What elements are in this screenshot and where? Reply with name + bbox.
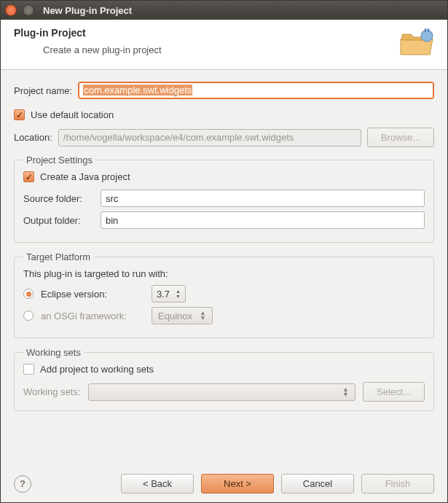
project-name-label: Project name: xyxy=(14,85,72,96)
page-subtitle: Create a new plug-in project xyxy=(43,44,162,55)
osgi-framework-radio[interactable] xyxy=(23,311,34,321)
page-title: Plug-in Project xyxy=(14,27,162,39)
create-java-project-label: Create a Java project xyxy=(40,171,130,182)
finish-button: Finish xyxy=(361,474,434,494)
use-default-location-label: Use default location xyxy=(31,109,114,120)
eclipse-version-radio[interactable] xyxy=(23,289,34,299)
project-name-input[interactable] xyxy=(78,82,434,99)
cancel-button[interactable]: Cancel xyxy=(281,474,354,494)
back-button[interactable]: < Back xyxy=(121,474,194,494)
add-to-working-sets-label: Add project to working sets xyxy=(40,364,154,375)
location-input xyxy=(58,129,361,147)
minimize-icon[interactable] xyxy=(23,4,34,16)
working-sets-label: Working sets: xyxy=(23,386,81,397)
browse-button: Browse... xyxy=(367,128,434,147)
project-settings-legend: Project Settings xyxy=(23,155,95,165)
svg-point-0 xyxy=(421,30,433,42)
target-platform-group: Target Platform This plug-in is targeted… xyxy=(14,252,434,338)
svg-rect-1 xyxy=(425,28,426,32)
svg-rect-2 xyxy=(428,28,429,32)
chevron-updown-icon: ▲▼ xyxy=(342,387,349,397)
add-to-working-sets-checkbox[interactable] xyxy=(23,364,34,375)
source-folder-input[interactable] xyxy=(101,190,425,207)
osgi-framework-value: Equinox xyxy=(158,311,192,321)
output-folder-label: Output folder: xyxy=(23,215,93,226)
working-sets-combo: ▲▼ xyxy=(88,383,356,401)
working-sets-group: Working sets Add project to working sets… xyxy=(14,347,434,411)
chevron-updown-icon: ▲▼ xyxy=(200,311,206,321)
window-title: New Plug-in Project xyxy=(43,5,132,16)
eclipse-version-spinner[interactable]: 3.7 ▲▼ xyxy=(152,285,186,303)
select-working-sets-button: Select... xyxy=(363,382,425,402)
osgi-framework-label: an OSGi framework: xyxy=(41,311,144,321)
help-icon[interactable]: ? xyxy=(14,475,31,493)
eclipse-version-value: 3.7 xyxy=(157,289,170,300)
wizard-footer: ? < Back Next > Cancel Finish xyxy=(1,467,447,496)
working-sets-legend: Working sets xyxy=(23,347,84,358)
target-platform-legend: Target Platform xyxy=(23,252,93,262)
osgi-framework-combo: Equinox ▲▼ xyxy=(152,307,213,324)
close-icon[interactable] xyxy=(5,4,17,16)
wizard-banner: Plug-in Project Create a new plug-in pro… xyxy=(1,20,447,70)
folder-plug-icon xyxy=(399,28,434,58)
next-button[interactable]: Next > xyxy=(201,474,274,494)
use-default-location-checkbox[interactable] xyxy=(14,109,25,120)
project-settings-group: Project Settings Create a Java project S… xyxy=(14,155,434,243)
output-folder-input[interactable] xyxy=(101,211,425,229)
source-folder-label: Source folder: xyxy=(23,193,93,204)
create-java-project-checkbox[interactable] xyxy=(23,171,34,182)
location-label: Location: xyxy=(14,132,52,143)
target-platform-desc: This plug-in is targeted to run with: xyxy=(23,268,425,279)
titlebar: New Plug-in Project xyxy=(1,1,447,20)
eclipse-version-label: Eclipse version: xyxy=(41,289,144,300)
spinner-arrows-icon[interactable]: ▲▼ xyxy=(176,289,181,299)
